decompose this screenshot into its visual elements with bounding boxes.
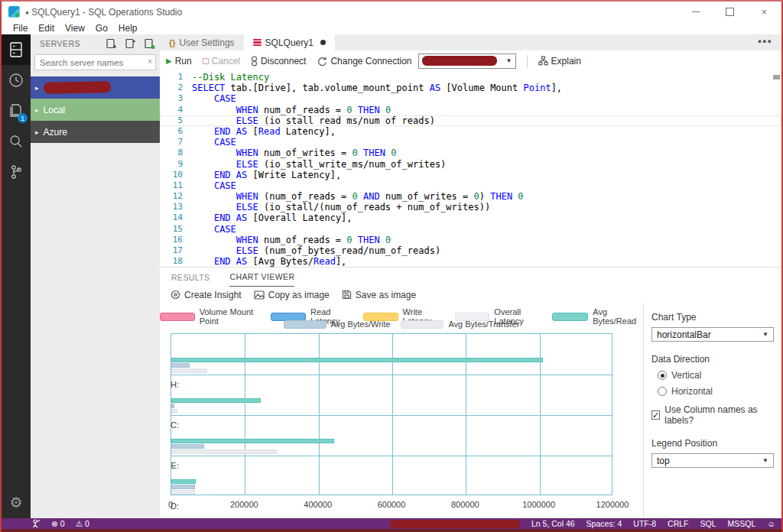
explain-button[interactable]: Explain bbox=[538, 56, 581, 66]
menu-edit[interactable]: Edit bbox=[33, 23, 60, 34]
status-bar: ⊗ 0 ⚠ 0 Ln 5, Col 46 Spaces: 4 UTF-8 CRL… bbox=[2, 518, 781, 529]
code-line[interactable]: 1--Disk Latency bbox=[160, 72, 781, 83]
settings-gear-icon[interactable]: ⚙ bbox=[2, 491, 31, 514]
activity-source-control[interactable] bbox=[2, 157, 31, 187]
change-connection-button[interactable]: Change Connection bbox=[317, 56, 411, 66]
menu-file[interactable]: File bbox=[8, 23, 33, 34]
code-editor[interactable]: 1--Disk Latency2SELECT tab.[Drive], tab.… bbox=[160, 71, 781, 268]
legend-position-label: Legend Position bbox=[651, 438, 774, 449]
results-panel: RESULTS CHART VIEWER Create Insight bbox=[160, 268, 781, 518]
tab-chart-viewer[interactable]: CHART VIEWER bbox=[229, 268, 294, 287]
cancel-button[interactable]: Cancel bbox=[203, 56, 240, 66]
save-as-image-button[interactable]: Save as image bbox=[342, 290, 416, 300]
chart-settings-panel: Chart Type horizontalBar ▼ Data Directio… bbox=[643, 303, 781, 518]
braces-icon: {} bbox=[169, 38, 176, 47]
redaction-blob bbox=[390, 520, 520, 528]
chart-type-label: Chart Type bbox=[651, 312, 774, 323]
connection-combobox[interactable]: ▼ bbox=[418, 54, 516, 69]
legend-swatch-icon bbox=[284, 320, 327, 329]
server-search-input[interactable] bbox=[34, 54, 156, 70]
spaces-indicator[interactable]: Spaces: 4 bbox=[586, 519, 622, 528]
server-group-local[interactable]: ▸ Local bbox=[31, 99, 160, 121]
chart-bar bbox=[171, 479, 196, 484]
activity-task-history[interactable] bbox=[2, 65, 31, 96]
minimize-button[interactable] bbox=[678, 2, 713, 22]
code-line[interactable]: 10 END AS [Write Latency], bbox=[160, 170, 781, 180]
category-label: C: bbox=[161, 420, 179, 430]
legend-position-select[interactable]: top ▼ bbox=[651, 453, 774, 468]
run-button[interactable]: ▶ Run bbox=[166, 56, 192, 66]
editor-scrollbar[interactable] bbox=[773, 75, 780, 79]
chevron-down-icon: ▼ bbox=[762, 457, 768, 464]
server-group-azure[interactable]: ▸ Azure bbox=[31, 121, 160, 143]
active-connections-icon[interactable] bbox=[144, 38, 155, 49]
smiley-feedback-icon[interactable]: ☺ bbox=[767, 519, 775, 528]
chart-type-select[interactable]: horizontalBar ▼ bbox=[651, 327, 774, 342]
warnings-indicator[interactable]: ⚠ 0 bbox=[76, 519, 89, 528]
line-number: 7 bbox=[160, 137, 183, 148]
chart-legend-row2: Avg Bytes/WriteAvg Bytes/Transfer bbox=[160, 320, 643, 329]
code-line[interactable]: 14 END AS [Overall Latency], bbox=[160, 212, 781, 223]
code-line[interactable]: 2SELECT tab.[Drive], tab.volume_mount_po… bbox=[160, 83, 781, 93]
errors-indicator[interactable]: ⊗ 0 bbox=[51, 519, 65, 528]
tab-user-settings[interactable]: {} User Settings bbox=[160, 34, 244, 50]
x-tick-label: 600000 bbox=[378, 500, 406, 509]
chevron-right-icon[interactable]: ▸ bbox=[35, 84, 39, 92]
code-line[interactable]: 7 CASE bbox=[160, 137, 781, 148]
line-number: 18 bbox=[160, 256, 183, 267]
chevron-right-icon[interactable]: ▸ bbox=[35, 128, 39, 136]
code-line[interactable]: 18 END AS [Avg Bytes/Read], bbox=[160, 256, 781, 267]
code-line[interactable]: 4 WHEN num_of_reads = 0 THEN 0 bbox=[160, 105, 781, 115]
maximize-button[interactable] bbox=[713, 2, 747, 22]
menu-help[interactable]: Help bbox=[113, 23, 143, 34]
app-icon bbox=[8, 6, 20, 18]
code-line[interactable]: 3 CASE bbox=[160, 93, 781, 104]
radio-vertical[interactable]: Vertical bbox=[658, 370, 774, 381]
close-button[interactable]: × bbox=[747, 2, 781, 22]
tab-sqlquery1[interactable]: SQLQuery1 bbox=[244, 34, 335, 50]
radio-horizontal[interactable]: Horizontal bbox=[658, 386, 774, 397]
copy-as-image-button[interactable]: Copy as image bbox=[254, 290, 330, 300]
code-line[interactable]: 8 WHEN num_of_writes = 0 THEN 0 bbox=[160, 148, 781, 158]
warning-icon: ⚠ bbox=[76, 519, 83, 528]
code-line[interactable]: 16 WHEN num_of_reads = 0 THEN 0 bbox=[160, 235, 781, 245]
create-insight-button[interactable]: Create Insight bbox=[171, 290, 242, 300]
eol-indicator[interactable]: CRLF bbox=[668, 519, 688, 528]
disconnect-button[interactable]: Disconnect bbox=[251, 56, 306, 66]
code-line[interactable]: 5 ELSE (io_stall_read_ms/num_of_reads) bbox=[160, 115, 781, 126]
activity-open-editors[interactable]: 1 bbox=[2, 96, 31, 126]
server-group-redacted[interactable]: ▸ bbox=[31, 76, 160, 99]
connections-status-icon[interactable] bbox=[32, 519, 41, 528]
code-line[interactable]: 6 END AS [Read Latency], bbox=[160, 126, 781, 137]
activity-search[interactable] bbox=[2, 126, 31, 157]
legend-item[interactable]: Avg Bytes/Transfer bbox=[401, 320, 519, 329]
new-connection-icon[interactable] bbox=[106, 38, 117, 49]
menu-go[interactable]: Go bbox=[90, 23, 113, 34]
line-number: 15 bbox=[160, 224, 183, 235]
code-line[interactable]: 15 CASE bbox=[160, 224, 781, 235]
tab-results[interactable]: RESULTS bbox=[171, 268, 210, 287]
code-line[interactable]: 13 ELSE (io_stall/(num_of_reads + num_of… bbox=[160, 202, 781, 212]
activity-servers[interactable] bbox=[2, 34, 31, 65]
use-column-names-checkbox[interactable]: ✓ Use Column names as labels? bbox=[651, 404, 774, 426]
new-server-group-icon[interactable] bbox=[125, 38, 136, 49]
code-line[interactable]: 17 ELSE (num_of_bytes_read/num_of_reads) bbox=[160, 245, 781, 256]
chevron-right-icon[interactable]: ▸ bbox=[35, 106, 39, 114]
line-col-indicator[interactable]: Ln 5, Col 46 bbox=[531, 519, 575, 528]
encoding-indicator[interactable]: UTF-8 bbox=[633, 519, 656, 528]
chart-bar bbox=[171, 409, 177, 414]
modified-dot-icon[interactable] bbox=[320, 40, 326, 45]
more-actions-icon[interactable]: ●●● bbox=[758, 37, 772, 45]
provider-indicator[interactable]: MSSQL bbox=[728, 519, 756, 528]
code-line[interactable]: 12 WHEN (num_of_reads = 0 AND num_of_wri… bbox=[160, 191, 781, 202]
language-indicator[interactable]: SQL bbox=[700, 519, 716, 528]
legend-item[interactable]: Avg Bytes/Write bbox=[284, 320, 391, 329]
line-number: 16 bbox=[160, 235, 183, 245]
code-line[interactable]: 9 ELSE (io_stall_write_ms/num_of_writes) bbox=[160, 159, 781, 170]
git-branch-icon bbox=[8, 164, 24, 180]
activity-bar: 1 ⚙ bbox=[2, 34, 31, 518]
code-line[interactable]: 11 CASE bbox=[160, 180, 781, 191]
menu-view[interactable]: View bbox=[60, 23, 90, 34]
search-clear-icon[interactable]: × bbox=[148, 57, 152, 66]
servers-icon bbox=[8, 41, 24, 58]
